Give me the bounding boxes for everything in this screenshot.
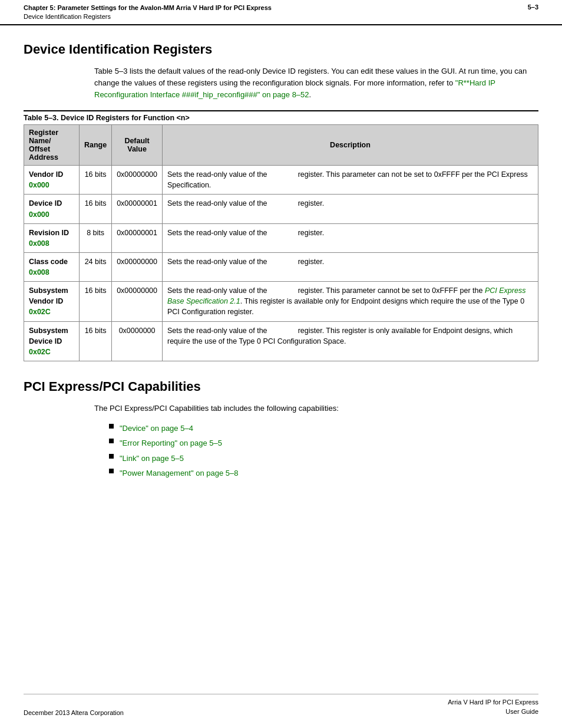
table-row: SubsystemVendor ID 0x02C 16 bits 0x00000… — [24, 282, 538, 321]
section2-intro: The PCI Express/PCI Capabilities tab inc… — [94, 403, 538, 414]
list-item: "Device" on page 5–4 — [109, 421, 538, 435]
reg-name: Vendor ID — [29, 169, 74, 180]
cell-default: 0x00000001 — [112, 223, 163, 252]
table-row: Revision ID 0x008 8 bits 0x00000001 Sets… — [24, 223, 538, 252]
reg-name: SubsystemDevice ID — [29, 325, 74, 347]
cell-desc: Sets the read-only value of the register… — [163, 166, 538, 195]
col-header-default: DefaultValue — [112, 125, 163, 166]
reg-name: Revision ID — [29, 228, 74, 238]
bullet-icon — [109, 454, 114, 459]
col-header-name: Register Name/Offset Address — [24, 125, 80, 166]
cell-desc: Sets the read-only value of the register… — [163, 282, 538, 321]
table-row: Class code 0x008 24 bits 0x00000000 Sets… — [24, 252, 538, 281]
reg-offset: 0x000 — [29, 180, 74, 190]
cell-range: 8 bits — [79, 223, 111, 252]
reg-offset: 0x008 — [29, 267, 74, 278]
col-header-range: Range — [79, 125, 111, 166]
main-content: Device Identification Registers Table 5–… — [0, 25, 562, 505]
reg-offset: 0x008 — [29, 238, 74, 249]
bullet-icon — [109, 439, 114, 443]
cell-default: 0x00000000 — [112, 166, 163, 195]
cell-desc: Sets the read-only value of the register… — [163, 195, 538, 223]
table-row: Vendor ID 0x000 16 bits 0x00000000 Sets … — [24, 166, 538, 195]
cell-name: Revision ID 0x008 — [24, 223, 80, 252]
cell-range: 16 bits — [79, 166, 111, 195]
cell-name: Vendor ID 0x000 — [24, 166, 80, 195]
bullet-link-link[interactable]: "Link" on page 5–5 — [120, 452, 184, 465]
cell-name: Device ID 0x000 — [24, 195, 80, 223]
table-row: Device ID 0x000 16 bits 0x00000001 Sets … — [24, 195, 538, 223]
cell-default: 0x00000001 — [112, 195, 163, 223]
register-table: Register Name/Offset Address Range Defau… — [24, 124, 538, 361]
cell-range: 16 bits — [79, 321, 111, 361]
reg-offset: 0x000 — [29, 209, 74, 220]
cell-default: 0x00000000 — [112, 252, 163, 281]
page-footer: December 2013 Altera Corporation Arria V… — [24, 694, 538, 716]
reg-offset: 0x02C — [29, 347, 74, 357]
bullet-link-device[interactable]: "Device" on page 5–4 — [120, 421, 193, 435]
page-header: Chapter 5: Parameter Settings for the Av… — [0, 0, 562, 25]
cell-name: SubsystemDevice ID 0x02C — [24, 321, 80, 361]
section2-title: PCI Express/PCI Capabilities — [24, 379, 538, 394]
reg-name: Device ID — [29, 198, 74, 209]
footer-right: Arria V Hard IP for PCI Express User Gui… — [448, 698, 538, 716]
reg-offset: 0x02C — [29, 307, 74, 317]
cell-name: Class code 0x008 — [24, 252, 80, 281]
bullet-link-power[interactable]: "Power Management" on page 5–8 — [120, 466, 238, 480]
bullet-list: "Device" on page 5–4 "Error Reporting" o… — [109, 421, 538, 480]
bullet-icon — [109, 424, 114, 429]
header-sub: Device Identification Registers — [24, 13, 111, 20]
footer-title2: User Guide — [448, 707, 538, 716]
cell-range: 24 bits — [79, 252, 111, 281]
section1-title: Device Identification Registers — [24, 42, 538, 57]
list-item: "Error Reporting" on page 5–5 — [109, 436, 538, 450]
cell-default: 0x0000000 — [112, 321, 163, 361]
footer-left: December 2013 Altera Corporation — [24, 709, 124, 716]
reg-name: Class code — [29, 256, 74, 267]
cell-range: 16 bits — [79, 195, 111, 223]
table-row: SubsystemDevice ID 0x02C 16 bits 0x00000… — [24, 321, 538, 361]
cell-desc: Sets the read-only value of the register… — [163, 252, 538, 281]
table-caption: Table 5–3. Device ID Registers for Funct… — [24, 110, 538, 122]
intro-end: . — [309, 90, 312, 99]
reg-name: SubsystemVendor ID — [29, 285, 74, 307]
section2: PCI Express/PCI Capabilities The PCI Exp… — [24, 379, 538, 480]
table-header-row: Register Name/Offset Address Range Defau… — [24, 125, 538, 166]
page: Chapter 5: Parameter Settings for the Av… — [0, 0, 562, 728]
bullet-link-error[interactable]: "Error Reporting" on page 5–5 — [120, 436, 222, 450]
list-item: "Link" on page 5–5 — [109, 452, 538, 465]
col-header-desc: Description — [163, 125, 538, 166]
chapter-title: Chapter 5: Parameter Settings for the Av… — [24, 4, 272, 11]
cell-default: 0x00000000 — [112, 282, 163, 321]
spec-link: PCI Express Base Specification 2.1 — [167, 286, 525, 305]
cell-name: SubsystemVendor ID 0x02C — [24, 282, 80, 321]
cell-desc: Sets the read-only value of the register… — [163, 223, 538, 252]
page-number: 5–3 — [528, 4, 538, 11]
cell-range: 16 bits — [79, 282, 111, 321]
section1-intro: Table 5–3 lists the default values of th… — [94, 65, 538, 101]
list-item: "Power Management" on page 5–8 — [109, 466, 538, 480]
cell-desc: Sets the read-only value of the register… — [163, 321, 538, 361]
footer-title1: Arria V Hard IP for PCI Express — [448, 698, 538, 707]
header-left: Chapter 5: Parameter Settings for the Av… — [24, 4, 272, 22]
bullet-icon — [109, 469, 114, 473]
